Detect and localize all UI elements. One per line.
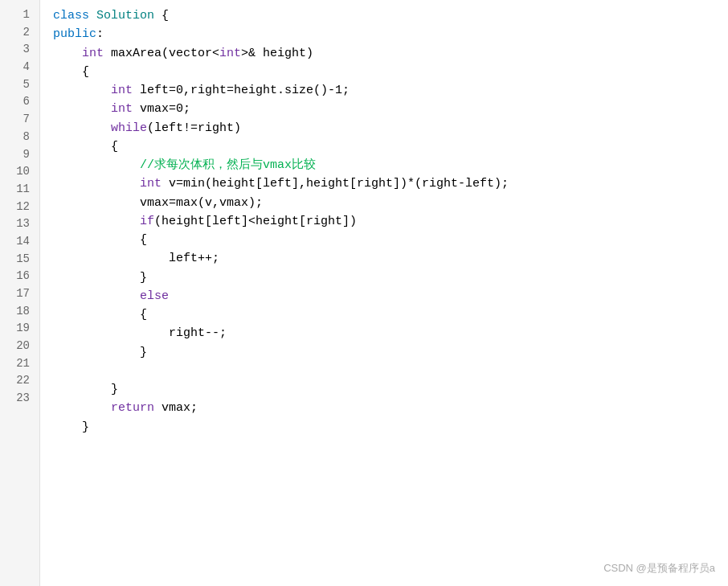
code-line: if(height[left]<height[right]) xyxy=(53,212,728,231)
code-line: { xyxy=(53,137,728,156)
code-line: } xyxy=(53,380,728,399)
code-line: int left=0,right=height.size()-1; xyxy=(53,81,728,100)
code-token xyxy=(53,47,82,60)
code-line: { xyxy=(53,305,728,324)
code-line: vmax=max(v,vmax); xyxy=(53,194,728,212)
line-number: 8 xyxy=(0,129,39,146)
line-number: 17 xyxy=(0,285,39,303)
code-token: int xyxy=(111,102,133,116)
line-number: 15 xyxy=(0,251,39,268)
code-token: right--; xyxy=(53,326,227,340)
code-token: int xyxy=(82,47,104,60)
line-number: 1 xyxy=(0,6,39,24)
code-line: while(left!=right) xyxy=(53,119,728,137)
code-token xyxy=(53,196,140,210)
code-token: v=min(height[left],height[right])*(right… xyxy=(162,177,509,191)
code-token xyxy=(53,289,140,303)
line-number: 12 xyxy=(0,199,39,216)
code-line: } xyxy=(53,268,728,287)
code-token: public xyxy=(53,27,96,41)
code-token: { xyxy=(53,140,118,154)
line-number: 23 xyxy=(0,390,39,408)
code-token xyxy=(53,215,140,228)
code-line: } xyxy=(53,418,728,436)
code-line: //求每次体积，然后与vmax比较 xyxy=(53,156,728,174)
line-number: 6 xyxy=(0,93,39,111)
code-token xyxy=(53,84,111,97)
code-token: Solution xyxy=(96,9,154,23)
code-token: } xyxy=(53,346,147,359)
code-token: vmax=0; xyxy=(133,102,190,116)
code-token: if xyxy=(140,215,154,228)
code-token: { xyxy=(53,65,89,79)
code-line: { xyxy=(53,63,728,81)
line-number: 22 xyxy=(0,372,39,390)
code-token: int xyxy=(111,84,133,97)
code-token xyxy=(53,121,111,135)
code-token: ) xyxy=(306,47,313,60)
code-token xyxy=(53,102,111,116)
code-line: return vmax; xyxy=(53,399,728,417)
code-token: int xyxy=(140,177,162,191)
code-token: vmax; xyxy=(154,401,198,415)
code-area: class Solution {public: int maxArea(vect… xyxy=(40,0,728,586)
code-token: >& xyxy=(241,47,256,60)
code-token: : xyxy=(96,27,104,41)
line-number: 10 xyxy=(0,163,39,181)
code-line: { xyxy=(53,231,728,249)
code-container: 1234567891011121314151617181920212223 cl… xyxy=(0,0,728,586)
code-line xyxy=(53,362,728,380)
code-token: left=0,right=height.size()-1; xyxy=(133,84,350,97)
line-number: 20 xyxy=(0,338,39,355)
code-line: else xyxy=(53,287,728,305)
code-token: } xyxy=(53,271,147,285)
code-token: } xyxy=(53,383,118,396)
line-number: 11 xyxy=(0,181,39,199)
code-line: int vmax=0; xyxy=(53,100,728,118)
code-token: //求每次体积，然后与vmax比较 xyxy=(140,158,316,172)
code-token: vmax=max(v,vmax); xyxy=(140,196,263,210)
code-line: public: xyxy=(53,25,728,43)
line-number: 21 xyxy=(0,355,39,373)
code-token: (height[left]<height[right]) xyxy=(154,215,357,228)
line-number: 4 xyxy=(0,59,39,76)
line-numbers: 1234567891011121314151617181920212223 xyxy=(0,0,40,586)
code-line: class Solution { xyxy=(53,6,728,25)
code-line: } xyxy=(53,343,728,362)
code-token: { xyxy=(53,233,147,247)
line-number: 18 xyxy=(0,303,39,321)
code-token: (left!=right) xyxy=(147,121,241,135)
code-token: { xyxy=(154,9,169,23)
code-line: int maxArea(vector<int>& height) xyxy=(53,44,728,63)
code-token: int xyxy=(219,47,241,60)
line-number: 5 xyxy=(0,76,39,94)
code-token: height xyxy=(256,47,306,60)
line-number: 13 xyxy=(0,215,39,233)
code-token: maxArea(vector< xyxy=(104,47,219,60)
code-token: while xyxy=(111,121,147,135)
code-token: class xyxy=(53,9,96,23)
code-token xyxy=(53,158,140,172)
line-number: 7 xyxy=(0,111,39,129)
line-number: 3 xyxy=(0,41,39,59)
watermark: CSDN @是预备程序员a xyxy=(603,560,715,576)
line-number: 9 xyxy=(0,146,39,164)
code-token: { xyxy=(53,308,147,322)
code-token xyxy=(53,177,140,191)
line-number: 16 xyxy=(0,268,39,285)
code-line: left++; xyxy=(53,249,728,268)
line-number: 19 xyxy=(0,320,39,338)
line-number: 14 xyxy=(0,233,39,251)
code-line: int v=min(height[left],height[right])*(r… xyxy=(53,174,728,193)
code-line: right--; xyxy=(53,324,728,342)
line-number: 2 xyxy=(0,24,39,42)
code-token: return xyxy=(111,401,154,415)
code-token: else xyxy=(140,289,169,303)
code-token: } xyxy=(53,420,89,434)
code-token xyxy=(53,401,111,415)
code-token: left++; xyxy=(53,252,219,265)
